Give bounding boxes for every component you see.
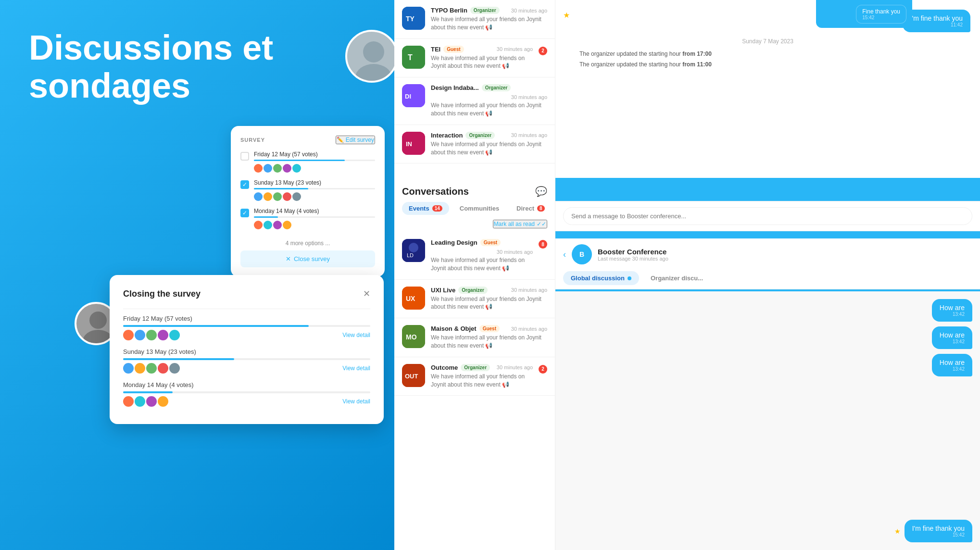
event-name: Leading Design [431, 239, 477, 246]
avatar [273, 192, 282, 201]
edit-survey-button[interactable]: ✏️ Edit survey [336, 136, 375, 144]
avatar [292, 192, 301, 201]
avatar [158, 330, 168, 340]
avatar [146, 363, 157, 374]
event-time: 30 minutes ago [511, 94, 547, 100]
survey-option-1[interactable]: Friday 12 May (57 votes) [240, 151, 375, 173]
chat-input[interactable] [563, 207, 972, 225]
tab-global-discussion[interactable]: Global discussion [563, 271, 639, 285]
booster-avatar: B [572, 244, 592, 264]
svg-text:UX: UX [406, 295, 415, 302]
tab-direct[interactable]: Direct 8 [510, 202, 551, 215]
event-badge: Guest [480, 239, 501, 246]
conversations-icon: 💬 [535, 186, 547, 197]
top-bubble-fine: Fine thank you 15:42 [856, 5, 906, 24]
star-icon-bottom: ★ [894, 527, 901, 535]
mark-read-row: Mark all as read ✓✓ [394, 220, 555, 232]
event-time: 30 minutes ago [511, 287, 547, 293]
event-name: Maison & Objet [431, 325, 477, 332]
modal-option-1: Friday 12 May (57 votes) View detail [123, 315, 370, 340]
event-time: 30 minutes ago [511, 326, 547, 332]
chat-top-area: ★ I'm fine thank you 11:42 Sunday 7 May … [555, 0, 980, 178]
close-icon: ✕ [286, 255, 291, 262]
avatar [146, 396, 157, 407]
event-name: Outcome [431, 364, 458, 371]
conv-item-maison[interactable]: MO Maison & Objet Guest 30 minutes ago W… [394, 318, 555, 357]
survey-label: SURVEY [240, 137, 265, 143]
tab-indicator [628, 276, 631, 280]
svg-point-13 [409, 243, 418, 252]
conv-item-uxi[interactable]: UX UXI Live Organizer 30 minutes ago We … [394, 280, 555, 319]
bubble-box: I'm fine thank you 11:42 [903, 10, 970, 32]
avatar [158, 363, 168, 374]
event-item-tei[interactable]: T TEI Guest 30 minutes ago We have infor… [394, 39, 555, 78]
msg-time: 13:42 [940, 366, 965, 372]
survey-more-options[interactable]: 4 more options ... [240, 236, 375, 250]
survey-option-3[interactable]: ✓ Monday 14 May (4 votes) [240, 208, 375, 229]
avatar [123, 396, 134, 407]
event-item-interaction[interactable]: IN Interaction Organizer 30 minutes ago … [394, 125, 555, 164]
svg-point-2 [89, 312, 107, 329]
svg-text:DI: DI [405, 93, 411, 100]
avatar [283, 164, 291, 173]
conv-avatar: MO [402, 325, 425, 348]
system-msg-1: The organizer updated the starting hour … [579, 50, 956, 57]
event-item-typo[interactable]: TY TYPO Berlin Organizer 30 minutes ago … [394, 0, 555, 39]
booster-info: Booster Conference Last message 30 minut… [598, 248, 972, 262]
event-time: 30 minutes ago [497, 46, 533, 52]
events-top-panel: TY TYPO Berlin Organizer 30 minutes ago … [394, 0, 555, 178]
event-badge: Organizer [458, 287, 488, 294]
conv-item-leading-design[interactable]: LD Leading Design Guest 30 minutes ago W… [394, 232, 555, 280]
view-detail-3[interactable]: View detail [342, 398, 370, 405]
event-msg: We have informed all your friends on Joy… [431, 295, 547, 312]
event-item-design-indaba[interactable]: DI Design Indaba... Organizer 30 minutes… [394, 77, 555, 125]
chat-messages-lower: How are 13:42 How are 13:42 How are 13:4… [555, 291, 980, 550]
msg-fine-thank-bottom: ★ I'm fine thank you 15:42 [563, 520, 972, 542]
close-survey-button[interactable]: ✕ Close survey [240, 250, 375, 267]
unread-badge: 2 [539, 47, 547, 55]
top-right-bubble: Fine thank you 15:42 [816, 0, 912, 28]
star-icon: ★ [563, 11, 570, 20]
view-detail-2[interactable]: View detail [342, 365, 370, 372]
survey-option-2[interactable]: ✓ Sunday 13 May (23 votes) [240, 179, 375, 201]
event-time: 30 minutes ago [497, 249, 533, 255]
closing-survey-modal: Closing the survey ✕ Friday 12 May (57 v… [110, 275, 384, 424]
event-time: 30 minutes ago [497, 364, 533, 370]
avatar [254, 221, 263, 229]
back-button[interactable]: ‹ [563, 250, 566, 260]
view-detail-1[interactable]: View detail [342, 332, 370, 338]
avatar [264, 192, 272, 201]
conv-avatar: UX [402, 287, 425, 310]
tab-organizer-discussion[interactable]: Organizer discu... [643, 271, 711, 285]
modal-title: Closing the survey [123, 289, 201, 299]
svg-text:OUT: OUT [405, 373, 418, 380]
modal-divider [123, 309, 370, 309]
mark-all-read-button[interactable]: Mark all as read ✓✓ [493, 220, 547, 228]
survey-checkbox-3[interactable]: ✓ [240, 209, 249, 217]
event-badge: Organizer [465, 132, 495, 139]
avatar [123, 363, 134, 374]
unread-badge: 2 [539, 365, 547, 374]
tab-direct-count: 8 [537, 205, 545, 212]
checkmarks-icon: ✓✓ [537, 221, 546, 227]
tab-events[interactable]: Events 14 [402, 202, 449, 215]
avatar [135, 396, 145, 407]
avatar [135, 330, 145, 340]
conversations-tabs: Events 14 Communities Direct 8 [394, 197, 555, 220]
tab-communities[interactable]: Communities [453, 202, 506, 215]
survey-checkbox-2[interactable]: ✓ [240, 180, 249, 189]
svg-text:IN: IN [406, 140, 412, 148]
event-badge: Organizer [470, 7, 500, 14]
msg-time: 13:42 [940, 312, 965, 317]
modal-close-button[interactable]: ✕ [363, 288, 370, 299]
system-msg-2: The organizer updated the starting hour … [579, 61, 956, 68]
msg-bubble: How are 13:42 [932, 354, 972, 376]
msg-bubble: How are 13:42 [932, 299, 972, 322]
event-avatar-tei: T [402, 46, 425, 69]
event-msg: We have informed all your friends on Joy… [431, 15, 547, 32]
modal-header: Closing the survey ✕ [123, 288, 370, 299]
conv-item-outcome[interactable]: OUT Outcome Organizer 30 minutes ago We … [394, 357, 555, 396]
survey-checkbox-1[interactable] [240, 152, 249, 161]
avatar [273, 164, 282, 173]
conv-avatar: LD [402, 239, 425, 262]
